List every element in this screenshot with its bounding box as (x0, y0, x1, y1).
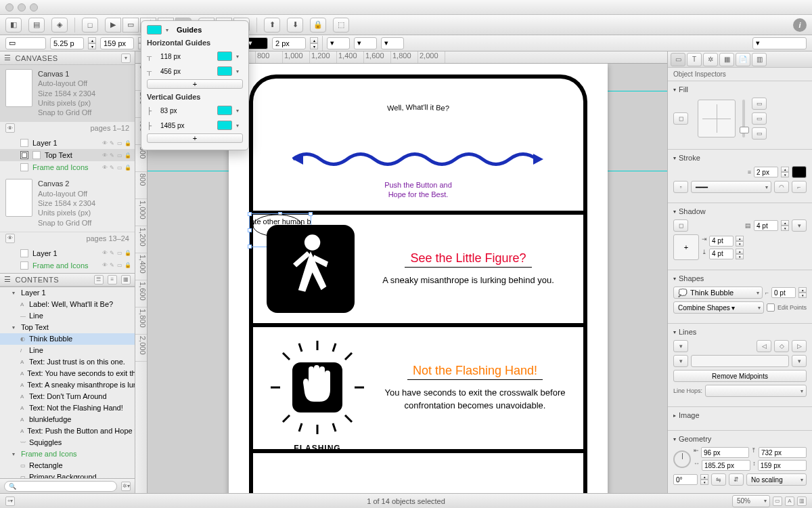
layer-row[interactable]: Frame and Icons👁✎▭🔒 (0, 259, 135, 272)
blend-button[interactable]: ▭ (752, 127, 767, 140)
geo-x-field[interactable]: 96 px (701, 447, 749, 458)
x-stepper[interactable]: ▴▾ (88, 37, 96, 49)
layer-select-checkbox[interactable] (20, 151, 28, 159)
contents-row[interactable]: 〰Squiggles (0, 437, 135, 448)
corner-radius-field[interactable]: 0 pt (771, 287, 796, 298)
stroke-width-field[interactable]: 2 px (754, 167, 778, 177)
inspector-toggle-button[interactable]: ▥ (797, 496, 807, 506)
guide-color-well[interactable] (217, 121, 232, 130)
document-inspector-tab[interactable]: 📄 (736, 53, 750, 66)
canvas-item[interactable]: Canvas 1 Auto-layout Off Size 1584 x 230… (0, 65, 135, 122)
line-well[interactable]: ▾ (354, 37, 377, 49)
contents-row[interactable]: /Line (0, 345, 135, 356)
shadow-color-button[interactable]: ▾ (792, 219, 807, 232)
corner-button[interactable]: ◠ (774, 181, 789, 193)
info-icon[interactable]: i (793, 18, 807, 32)
combine-shapes-dropdown[interactable]: Combine Shapes ▾ (673, 301, 764, 314)
close-window-icon[interactable] (5, 3, 14, 12)
presentation-button[interactable]: ▭ (773, 496, 782, 506)
stroke-style-dropdown[interactable]: ━━━ (691, 181, 771, 193)
shadow-y-field[interactable]: 4 pt (709, 249, 734, 259)
contents-row[interactable]: AText: Push the Button and Hope fo (0, 425, 135, 437)
guide-row[interactable]: ├1485 px▾ (147, 119, 243, 132)
properties-inspector-tab[interactable]: ✲ (703, 53, 718, 66)
scaling-dropdown[interactable]: No scaling (746, 473, 807, 486)
remove-midpoints-button[interactable]: Remove Midpoints (673, 370, 807, 382)
layer-row[interactable]: Top Text👁✎▭🔒 (0, 149, 135, 161)
text-tool-button[interactable]: A (785, 496, 794, 506)
shadow-preview-well[interactable]: + (673, 234, 699, 260)
contents-row[interactable]: AText: Just trust is on this one. (0, 356, 135, 368)
stroke-width-field[interactable]: 2 px (272, 37, 306, 49)
opacity-slider[interactable] (742, 100, 745, 137)
guide-color-well[interactable] (217, 106, 232, 115)
contents-row[interactable]: ▭Rectangle (0, 460, 135, 471)
geo-w-field[interactable]: 185.25 px (702, 460, 750, 471)
minimize-window-icon[interactable] (18, 3, 26, 12)
layer-row[interactable]: Layer 1👁✎▭🔒 (0, 137, 135, 149)
arrow-well[interactable]: ▾ (381, 37, 404, 49)
view-grid-button[interactable]: ▦ (121, 275, 131, 284)
canvas-page[interactable]: Well, What'll it Be? Push the Button and… (229, 64, 608, 493)
add-button[interactable]: +▾ (5, 496, 15, 506)
contents-row[interactable]: ▾Top Text (0, 322, 135, 333)
line-type-button[interactable]: ▾ (673, 340, 688, 352)
action-menu-button[interactable]: ✲▾ (121, 482, 131, 491)
blend-button[interactable]: ▭ (752, 98, 767, 110)
geo-h-field[interactable]: 159 px (758, 460, 807, 471)
shadow-x-stepper[interactable]: ▴▾ (736, 236, 744, 247)
dropdown-icon[interactable]: ▾ (166, 27, 173, 33)
shadow-well[interactable]: ▾ (327, 37, 350, 49)
rotation-stepper[interactable]: ▴▾ (700, 474, 708, 485)
search-input[interactable]: 🔍 (4, 481, 117, 492)
guide-row[interactable]: ├83 px▾ (147, 104, 243, 117)
shadow-blur-field[interactable]: 4 pt (754, 220, 778, 231)
shadow-blur-stepper[interactable]: ▴▾ (781, 220, 789, 231)
shadow-toggle-button[interactable]: ◻ (673, 219, 688, 232)
visibility-icon[interactable]: 👁 (5, 234, 15, 243)
stencils-inspector-tab[interactable]: ▥ (752, 53, 767, 66)
contents-row[interactable]: AText: A sneaky misanthrope is lur (0, 379, 135, 391)
contents-row[interactable]: ▾Layer 1 (0, 287, 135, 299)
y-field[interactable]: 159 px (100, 37, 134, 49)
style-well[interactable]: ▭ (5, 37, 46, 49)
back-button[interactable]: ⬇ (287, 18, 303, 33)
select-tool-button[interactable]: ▶ (105, 18, 121, 33)
contents-row[interactable]: AText: Don't Turn Around (0, 391, 135, 402)
object-inspector-tab[interactable]: ▭ (671, 53, 685, 66)
view-outline-button[interactable]: ≡ (108, 275, 117, 284)
contents-row[interactable]: ALabel: Well, What'll it Be? (0, 299, 135, 310)
guide-color-well[interactable] (217, 66, 232, 76)
arrow-start-button[interactable]: ◁ (757, 340, 771, 352)
stroke-width-stepper[interactable]: ▴▾ (310, 37, 318, 49)
contents-row[interactable]: —Line (0, 310, 135, 322)
shadow-x-field[interactable]: 4 pt (709, 236, 734, 247)
shape-dropdown[interactable]: 💭Think Bubble (673, 287, 763, 299)
x-field[interactable]: 5.25 p (50, 37, 84, 49)
edit-points-checkbox[interactable] (767, 303, 775, 312)
stroke-color-button[interactable] (792, 166, 807, 178)
canvases-button[interactable]: ▤ (28, 18, 45, 33)
line-hops-dropdown[interactable] (705, 385, 807, 397)
rotation-field[interactable]: 0° (673, 474, 698, 485)
font-well[interactable]: ▾ (752, 37, 807, 49)
add-v-guide-button[interactable]: + (147, 133, 243, 143)
rect-tool-button[interactable]: ▭ (122, 18, 139, 33)
zoom-window-icon[interactable] (30, 3, 38, 12)
group-button[interactable]: ⬚ (333, 18, 349, 33)
front-button[interactable]: ⬆ (264, 18, 280, 33)
add-h-guide-button[interactable]: + (147, 79, 243, 89)
stroke-pos-button[interactable]: ▫ (673, 181, 688, 193)
stroke-width-stepper[interactable]: ▴▾ (781, 167, 789, 177)
visibility-icon[interactable]: 👁 (5, 123, 15, 133)
contents-row[interactable]: AText: You have seconds to exit th (0, 368, 135, 379)
guide-row[interactable]: ┬118 px▾ (147, 49, 243, 63)
geo-y-field[interactable]: 732 px (759, 447, 807, 458)
guide-color-well[interactable] (217, 51, 232, 61)
layer-row[interactable]: Frame and Icons👁✎▭🔒 (0, 161, 135, 173)
flip-h-button[interactable]: ⇋ (711, 473, 726, 486)
guide-row[interactable]: ┬456 px▾ (147, 64, 243, 78)
fill-preview-well[interactable] (698, 100, 736, 137)
line-mid-button[interactable]: ◇ (774, 340, 789, 352)
type-inspector-tab[interactable]: T (687, 53, 702, 66)
